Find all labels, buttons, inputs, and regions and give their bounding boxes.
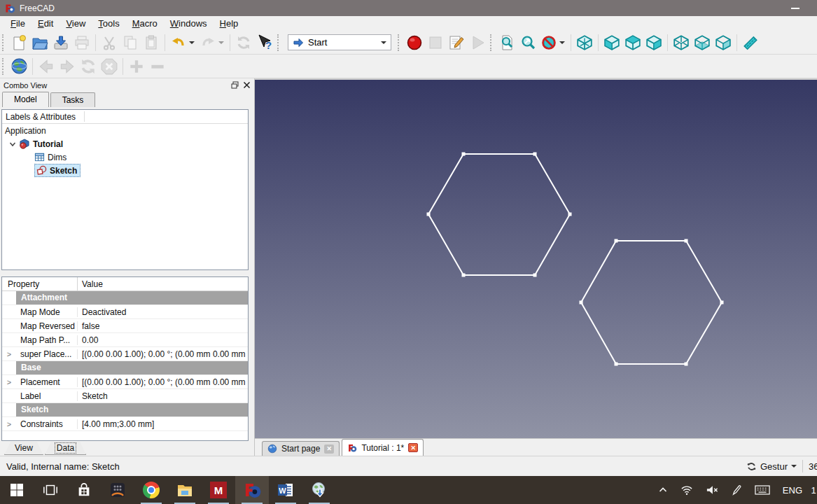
expand-arrow[interactable] (2, 350, 16, 358)
tree-header[interactable]: Labels & Attributes (2, 110, 248, 124)
pen-workspace-icon[interactable] (725, 484, 748, 496)
start-button[interactable] (0, 476, 34, 504)
property-row-map-path[interactable]: Map Path P... 0.00 (2, 333, 248, 347)
save-button[interactable] (50, 33, 71, 52)
property-row-map-mode[interactable]: Map Mode Deactivated (2, 305, 248, 319)
sketch-vertex[interactable] (568, 213, 572, 216)
view-bottom-button[interactable] (692, 33, 713, 52)
sketch-vertex[interactable] (533, 153, 537, 156)
property-group-attachment[interactable]: Attachment (2, 291, 248, 305)
zoom-in-button[interactable] (126, 57, 147, 76)
cut-button[interactable] (99, 33, 120, 52)
microsoft-store-button[interactable] (67, 476, 101, 504)
toolbar-grip[interactable] (2, 58, 6, 75)
float-panel-icon[interactable] (231, 81, 239, 89)
view-right-button[interactable] (643, 33, 664, 52)
menu-view[interactable]: View (60, 17, 92, 30)
macro-record-button[interactable] (404, 33, 425, 52)
minimize-button[interactable] (791, 8, 799, 9)
expand-chevron-icon[interactable] (9, 141, 16, 148)
clock-partial[interactable]: 1 (809, 485, 817, 496)
navigation-style-selector[interactable]: Gestur (746, 461, 797, 472)
property-row-super-placement[interactable]: super Place... [(0.00 0.00 1.00); 0.00 °… (2, 347, 248, 361)
menu-macro[interactable]: Macro (126, 17, 164, 30)
print-button[interactable] (71, 33, 92, 52)
task-view-button[interactable] (34, 476, 67, 504)
sketch-vertex[interactable] (615, 239, 618, 243)
toolbar-grip[interactable] (490, 34, 494, 51)
sketch-vertex[interactable] (685, 239, 688, 243)
back-button[interactable] (36, 57, 57, 76)
sketch-vertex[interactable] (427, 213, 431, 216)
view-front-button[interactable] (601, 33, 622, 52)
menu-tools[interactable]: Tools (92, 17, 125, 30)
freecad-taskbar-button[interactable] (235, 476, 269, 504)
sketch-vertex[interactable] (580, 301, 583, 304)
touch-keyboard-icon[interactable] (748, 484, 776, 496)
file-explorer-button[interactable] (168, 476, 202, 504)
toolbar-grip[interactable] (277, 34, 281, 51)
property-group-sketch[interactable]: Sketch (2, 403, 248, 417)
web-home-button[interactable] (8, 57, 29, 76)
sketch-vertex[interactable] (462, 274, 466, 277)
whats-this-button[interactable]: ? (254, 33, 275, 52)
tree-item-dims[interactable]: Dims (2, 150, 248, 164)
sketch-vertex[interactable] (720, 301, 724, 304)
property-row-label[interactable]: Label Sketch (2, 389, 248, 403)
tab-data[interactable]: Data (45, 442, 86, 455)
viewport-canvas[interactable] (255, 78, 817, 438)
sketch-hexagon[interactable] (428, 154, 570, 275)
redo-button[interactable] (197, 33, 218, 52)
redo-dropdown-arrow[interactable] (218, 41, 224, 44)
draw-style-button[interactable] (538, 33, 559, 52)
fit-all-button[interactable] (496, 33, 517, 52)
property-group-base[interactable]: Base (2, 361, 248, 375)
zoom-button[interactable] (517, 33, 538, 52)
undo-button[interactable] (168, 33, 189, 52)
property-row-constraints[interactable]: Constraints [4.00 mm;3.00 mm] (2, 417, 248, 431)
web-installer-button[interactable] (302, 476, 336, 504)
view-top-button[interactable] (622, 33, 643, 52)
view-left-button[interactable] (713, 33, 734, 52)
sketch-vertex[interactable] (685, 363, 688, 366)
menu-edit[interactable]: Edit (32, 17, 60, 30)
draw-style-dropdown-arrow[interactable] (559, 41, 565, 44)
tab-start-page[interactable]: Start page ✕ (262, 441, 340, 456)
property-row-map-reversed[interactable]: Map Reversed false (2, 319, 248, 333)
menu-file[interactable]: File (4, 17, 32, 30)
selected-tree-item[interactable]: Sketch (34, 164, 81, 177)
tree-item-sketch[interactable]: Sketch (2, 164, 248, 177)
new-document-button[interactable] (8, 33, 29, 52)
view-rear-button[interactable] (671, 33, 692, 52)
tree-item-tutorial[interactable]: Tutorial (2, 137, 248, 150)
language-indicator[interactable]: ENG (776, 485, 809, 496)
tab-tasks[interactable]: Tasks (50, 92, 96, 107)
close-tab-icon[interactable]: ✕ (324, 444, 334, 454)
workbench-selector[interactable]: Start (288, 34, 391, 50)
property-row-placement[interactable]: Placement [(0.00 0.00 1.00); 0.00 °; (0.… (2, 375, 248, 389)
chrome-button[interactable] (134, 476, 168, 504)
sketch-vertex[interactable] (533, 274, 537, 277)
tab-model[interactable]: Model (2, 92, 49, 107)
reload-button[interactable] (78, 57, 99, 76)
tree-item-application[interactable]: Application (2, 124, 248, 137)
macro-stop-button[interactable] (425, 33, 446, 52)
toolbar-grip[interactable] (398, 34, 401, 51)
tab-tutorial[interactable]: Tutorial : 1* ✕ (342, 439, 424, 456)
view-axonometric-button[interactable] (574, 33, 595, 52)
forward-button[interactable] (57, 57, 78, 76)
toolbar-grip[interactable] (2, 34, 6, 51)
expand-arrow[interactable] (2, 420, 16, 428)
sketch-vertex[interactable] (615, 363, 618, 366)
close-panel-icon[interactable] (243, 81, 251, 89)
tray-chevron-up-icon[interactable] (652, 485, 674, 495)
zoom-out-button[interactable] (147, 57, 168, 76)
menu-windows[interactable]: Windows (164, 17, 214, 30)
paste-button[interactable] (141, 33, 162, 52)
macro-edit-button[interactable] (446, 33, 467, 52)
keypad-app-button[interactable] (101, 476, 134, 504)
wifi-icon[interactable] (674, 484, 699, 496)
m-app-button[interactable]: M (202, 476, 235, 504)
refresh-button[interactable] (233, 33, 254, 52)
expand-arrow[interactable] (2, 378, 16, 386)
